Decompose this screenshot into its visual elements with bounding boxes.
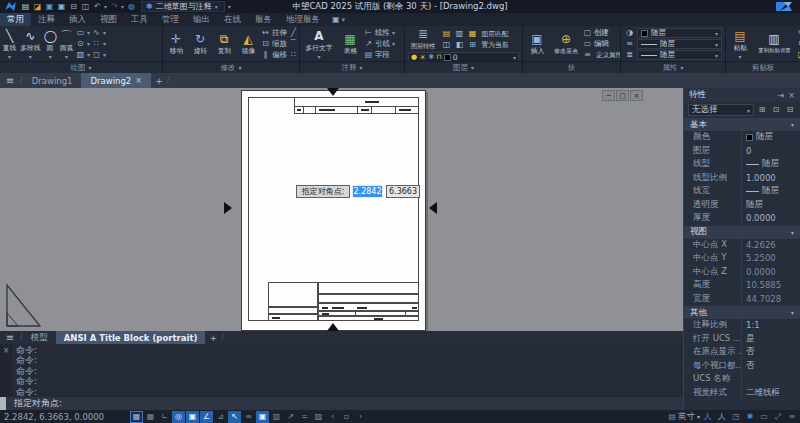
stretch-tool[interactable]: ↔拉伸 xyxy=(261,28,287,38)
model-tab[interactable]: 模型 xyxy=(23,331,56,344)
copy-button[interactable]: ⧉复制 xyxy=(213,32,235,56)
tab-services[interactable]: 服务 xyxy=(248,13,279,26)
draw-panel-label[interactable]: 绘图▾ xyxy=(0,61,162,73)
define-attributes-tool[interactable]: ≡定义属性 xyxy=(583,50,620,60)
modify-base-button[interactable]: ⊕修改基点 xyxy=(551,32,581,56)
tab-geo-services[interactable]: 地理服务 xyxy=(279,13,327,26)
layer-lock-icon[interactable]: ▦ xyxy=(467,29,478,39)
tab-home[interactable]: 常用 xyxy=(0,13,31,26)
ortho-icon[interactable]: ∟ xyxy=(158,411,171,423)
insert-block-button[interactable]: ▣插入 xyxy=(525,32,549,56)
close-icon[interactable]: × xyxy=(630,90,643,101)
prop-row-visual-style[interactable]: 视觉样式二维线框 xyxy=(684,387,800,401)
workspace-3d-icon[interactable]: ◳ xyxy=(730,411,742,423)
fillet-tool[interactable]: ⌒圆角▾ xyxy=(289,39,299,49)
layer-freeze-icon[interactable]: ▥ xyxy=(454,29,465,39)
annotation-scale-icon[interactable]: 人 xyxy=(702,411,714,423)
tab-view[interactable]: 视图 xyxy=(93,13,124,26)
doc-tab-drawing1[interactable]: Drawing1 xyxy=(23,73,82,88)
mirror-button[interactable]: ◭镜像 xyxy=(237,32,259,56)
properties-panel-label[interactable]: 属性▾ xyxy=(621,61,725,73)
minimize-icon[interactable]: ─ xyxy=(602,90,615,101)
drawing-canvas[interactable]: 指定对角点: 2.2842 6.3663 ─ ▢ × xyxy=(0,88,683,331)
prop-row-transparency[interactable]: 透明度随层 xyxy=(684,199,800,213)
freeze-icon[interactable]: ❄ xyxy=(428,54,434,61)
layer-panel-label[interactable]: 图层▾ xyxy=(405,61,522,73)
annotate-panel-label[interactable]: 注释▾ xyxy=(300,61,404,73)
rotate-button[interactable]: ↻旋转 xyxy=(189,32,211,56)
circle-button[interactable]: ◯圆▾ xyxy=(44,29,57,59)
sun-icon[interactable]: ☀ xyxy=(419,54,426,62)
customization-icon[interactable]: ▫ xyxy=(340,411,353,423)
offset-tool[interactable]: ∥偏移 xyxy=(261,50,287,60)
hatch-tool[interactable]: ▧▾◻▾ xyxy=(76,50,106,60)
tab-online[interactable]: 在线 xyxy=(217,13,248,26)
edit-block-tool[interactable]: ▭编辑 xyxy=(583,39,620,49)
layer-on-icon[interactable]: ▤ xyxy=(441,29,452,39)
unlock-icon[interactable]: ⊓ xyxy=(436,54,441,61)
select-objects-icon[interactable]: ⊡ xyxy=(770,104,782,116)
prop-row-width[interactable]: 宽度44.7028 xyxy=(684,293,800,307)
prop-row-layer[interactable]: 图层0 xyxy=(684,145,800,159)
isolate-objects-icon[interactable]: ▨ xyxy=(312,411,325,423)
dynamic-input-y[interactable]: 6.3663 xyxy=(386,185,420,198)
doc-tab-menu-icon[interactable]: ≡ xyxy=(0,73,20,88)
toggle-pickadd-icon[interactable]: ⊞ xyxy=(756,104,768,116)
fullscreen-icon[interactable]: ⤢ xyxy=(772,411,784,423)
undo-icon[interactable]: ↶ xyxy=(92,1,103,12)
close-icon[interactable]: × xyxy=(135,76,142,85)
field-tool[interactable]: ▤字段 xyxy=(364,50,395,60)
dynamic-input-x[interactable]: 2.2842 xyxy=(352,185,383,198)
table-button[interactable]: ▦表格 xyxy=(338,32,362,56)
annotation-visibility-icon[interactable]: 人 xyxy=(716,411,728,423)
save-as-icon[interactable]: ▣ xyxy=(56,1,67,12)
grid-display-icon[interactable]: ▦ xyxy=(130,411,143,423)
object-track-icon[interactable]: ▣ xyxy=(186,411,199,423)
cloud-icon[interactable]: ◍ xyxy=(126,1,137,12)
status-menu-icon[interactable]: ≡ xyxy=(786,411,798,423)
prop-row-ucs-on[interactable]: 打开 UCS ...是 xyxy=(684,333,800,347)
prop-row-center-y[interactable]: 中心点 Y5.2500 xyxy=(684,252,800,266)
tab-insert[interactable]: 插入 xyxy=(62,13,93,26)
prop-row-lineweight[interactable]: 线宽随层 xyxy=(684,185,800,199)
linetype-dropdown[interactable]: ≡ 随层▾ xyxy=(624,39,722,49)
doc-tab-drawing2[interactable]: Drawing2× xyxy=(81,73,150,88)
chevron-right-icon[interactable]: › xyxy=(354,411,367,423)
linear-dim-tool[interactable]: ⊢线性▾ xyxy=(364,28,395,38)
layer-off-icon[interactable]: ◧ xyxy=(454,40,465,50)
trim-tool[interactable]: ╱修剪▾ xyxy=(289,28,299,38)
close-icon[interactable]: × xyxy=(788,91,795,100)
dual-units-icon[interactable]: = xyxy=(298,411,311,423)
ribbon-display-toggle[interactable]: ▣▾ xyxy=(327,13,350,26)
prop-row-thickness[interactable]: 厚度0.0000 xyxy=(684,212,800,226)
prop-row-ucs-name[interactable]: UCS 名称 xyxy=(684,373,800,387)
set-current-layer-tool[interactable]: ◫ ◧ ⊞ 置为当前 xyxy=(441,40,519,50)
plot-preview-icon[interactable]: ◫ xyxy=(80,1,91,12)
transparency-icon[interactable]: ▣ xyxy=(256,411,269,423)
clipboard-panel-label[interactable]: 剪贴板 xyxy=(726,61,800,73)
new-layout-button[interactable]: + xyxy=(205,331,221,344)
copy-clip-icon[interactable]: ⧉ xyxy=(796,39,800,49)
section-basic[interactable]: 基本▾ xyxy=(684,118,800,131)
modify-panel-label[interactable]: 修改▾ xyxy=(163,61,299,73)
prop-row-color[interactable]: 颜色随层 xyxy=(684,131,800,145)
cut-icon[interactable]: ✂ xyxy=(796,28,800,38)
close-command-icon[interactable]: × xyxy=(3,346,10,355)
units-dropdown[interactable]: ▤英寸▾ xyxy=(668,411,700,423)
prop-row-height[interactable]: 高度10.5885 xyxy=(684,279,800,293)
layer-dropdown[interactable]: ● ☀ ❄ ⊓ 0 ▾ xyxy=(408,52,519,61)
new-file-icon[interactable]: ▤ xyxy=(20,1,31,12)
lineweight-dropdown[interactable]: ≣ 随层▾ xyxy=(624,50,722,60)
tab-tools[interactable]: 工具 xyxy=(124,13,155,26)
color-dropdown[interactable]: ◑ 随层▾ xyxy=(624,28,722,38)
prop-row-linetype-scale[interactable]: 线型比例1.0000 xyxy=(684,172,800,186)
display-icon[interactable]: ▭ xyxy=(758,411,770,423)
section-view[interactable]: 视图▾ xyxy=(684,226,800,239)
paste-button[interactable]: ▤粘贴▾ xyxy=(728,29,752,59)
isoplane-icon[interactable]: ⊿ xyxy=(214,411,227,423)
array-tool[interactable]: ∷阵列▾ xyxy=(289,50,299,60)
settings-gear-icon[interactable]: ✱ xyxy=(744,411,756,423)
create-block-tool[interactable]: ▢创建 xyxy=(583,28,620,38)
arc-button[interactable]: ⌒圆弧▾ xyxy=(59,29,74,59)
polyline-button[interactable]: ∿多段线▾ xyxy=(19,29,42,59)
